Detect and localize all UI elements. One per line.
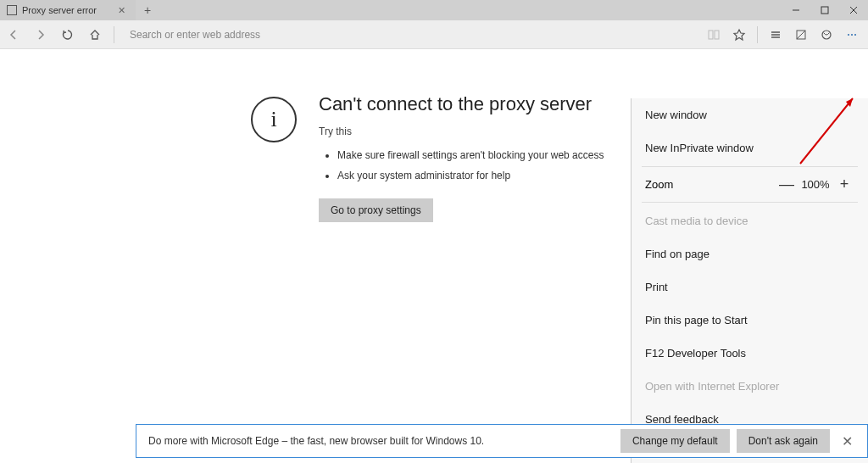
share-icon[interactable] bbox=[814, 20, 839, 49]
error-body: Can't connect to the proxy server Try th… bbox=[319, 93, 604, 222]
try-label: Try this bbox=[319, 126, 604, 137]
suggestion-item: Ask your system administrator for help bbox=[337, 170, 604, 181]
toolbar-separator-2 bbox=[757, 26, 758, 43]
reading-view-icon[interactable] bbox=[701, 20, 726, 49]
close-window-button[interactable] bbox=[839, 0, 868, 20]
zoom-label: Zoom bbox=[645, 178, 775, 191]
dont-ask-button[interactable]: Don't ask again bbox=[737, 429, 830, 453]
favorite-icon[interactable] bbox=[726, 20, 752, 49]
close-tab-icon[interactable]: ✕ bbox=[114, 5, 129, 16]
svg-point-14 bbox=[854, 34, 856, 36]
proxy-settings-button[interactable]: Go to proxy settings bbox=[319, 198, 433, 222]
page-icon bbox=[7, 5, 17, 15]
suggestion-item: Make sure firewall settings aren't block… bbox=[337, 149, 604, 161]
change-default-button[interactable]: Change my default bbox=[620, 429, 730, 453]
menu-f12[interactable]: F12 Developer Tools bbox=[632, 337, 868, 370]
back-button[interactable] bbox=[0, 20, 27, 49]
svg-rect-1 bbox=[821, 7, 828, 14]
error-title: Can't connect to the proxy server bbox=[319, 93, 604, 115]
address-placeholder: Search or enter web address bbox=[130, 29, 260, 41]
hub-icon[interactable] bbox=[763, 20, 788, 49]
suggestion-list: Make sure firewall settings aren't block… bbox=[319, 149, 604, 181]
menu-divider bbox=[642, 166, 858, 167]
minimize-button[interactable] bbox=[782, 0, 810, 20]
menu-print[interactable]: Print bbox=[632, 271, 868, 304]
bar-message: Do more with Microsoft Edge – the fast, … bbox=[148, 435, 614, 447]
menu-new-inprivate[interactable]: New InPrivate window bbox=[632, 131, 868, 165]
svg-point-13 bbox=[851, 34, 853, 36]
close-bar-icon[interactable]: ✕ bbox=[835, 433, 859, 449]
menu-cast: Cast media to device bbox=[632, 204, 868, 237]
menu-new-window[interactable]: New window bbox=[632, 98, 868, 131]
toolbar-separator bbox=[114, 26, 114, 43]
title-bar: Proxy server error ✕ + bbox=[0, 0, 868, 20]
menu-zoom: Zoom — 100% + bbox=[632, 169, 868, 200]
menu-ie: Open with Internet Explorer bbox=[632, 370, 868, 403]
more-menu: New window New InPrivate window Zoom — 1… bbox=[631, 98, 868, 463]
zoom-out-button[interactable]: — bbox=[775, 176, 798, 193]
zoom-value: 100% bbox=[798, 178, 832, 191]
home-button[interactable] bbox=[81, 20, 108, 49]
refresh-button[interactable] bbox=[54, 20, 81, 49]
browser-tab[interactable]: Proxy server error ✕ bbox=[0, 0, 136, 20]
menu-find[interactable]: Find on page bbox=[632, 237, 868, 271]
page-content: i Can't connect to the proxy server Try … bbox=[0, 49, 868, 463]
svg-rect-5 bbox=[715, 31, 719, 39]
svg-point-12 bbox=[848, 34, 849, 36]
maximize-button[interactable] bbox=[810, 0, 839, 20]
title-spacer bbox=[159, 0, 782, 20]
window-controls bbox=[782, 0, 868, 20]
new-tab-button[interactable]: + bbox=[136, 0, 159, 20]
webnote-icon[interactable] bbox=[788, 20, 814, 49]
tab-title: Proxy server error bbox=[22, 5, 97, 15]
forward-button[interactable] bbox=[27, 20, 54, 49]
default-browser-bar: Do more with Microsoft Edge – the fast, … bbox=[136, 424, 868, 458]
info-icon: i bbox=[251, 97, 297, 142]
toolbar: Search or enter web address bbox=[0, 20, 868, 49]
menu-pin[interactable]: Pin this page to Start bbox=[632, 304, 868, 337]
zoom-in-button[interactable]: + bbox=[832, 176, 856, 193]
error-block: i Can't connect to the proxy server Try … bbox=[251, 93, 604, 222]
address-bar[interactable]: Search or enter web address bbox=[123, 24, 701, 46]
toolbar-right bbox=[701, 20, 868, 49]
more-icon[interactable] bbox=[839, 20, 865, 49]
menu-divider bbox=[642, 202, 858, 203]
svg-line-10 bbox=[797, 31, 805, 39]
svg-rect-4 bbox=[709, 31, 713, 39]
